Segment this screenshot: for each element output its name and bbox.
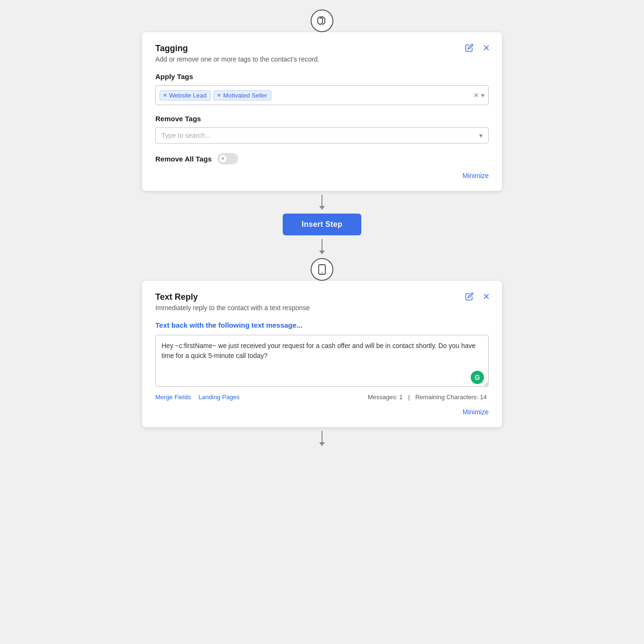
arrow-3 [319,427,325,450]
remove-motivated-seller-button[interactable]: ✕ [217,93,221,98]
text-reply-section-label: Text back with the following text messag… [155,321,489,329]
toggle-off-icon: ✕ [219,154,227,163]
tagging-edit-button[interactable] [463,42,475,54]
tag-motivated-seller-label: Motivated Seller [223,92,267,99]
tag-website-lead: ✕ Website Lead [160,90,211,100]
footer-links-left: Merge Fields Landing Pages [155,394,240,401]
grammarly-icon: G [471,371,484,384]
text-reply-step-icon [311,258,333,281]
tagging-close-button[interactable] [480,42,492,54]
tagging-minimize-button[interactable]: Minimize [155,172,489,179]
message-textarea-wrapper: G [155,335,489,389]
tag-website-lead-label: Website Lead [169,92,206,99]
arrow-2 [319,235,325,258]
remaining-chars: Remaining Characters: 14 [415,394,487,401]
arrow-1 [319,191,325,214]
tagging-step-icon [311,9,333,32]
remove-all-toggle[interactable]: ✕ [217,153,238,164]
footer-stats: Messages: 1 | Remaining Characters: 14 [366,394,489,401]
remove-tags-dropdown-icon: ▾ [479,132,483,139]
apply-tags-label: Apply Tags [155,72,489,80]
arrow-line-3 [322,431,322,442]
tags-clear-icon[interactable]: ✕ [474,91,479,99]
text-reply-subtitle: Immediately reply to the contact with a … [155,304,489,312]
text-reply-close-button[interactable] [480,290,492,303]
tagging-card: Tagging Add or remove one or more tags t… [142,32,502,191]
flow-container: Tagging Add or remove one or more tags t… [142,9,502,450]
tagging-title: Tagging [155,44,489,54]
insert-step-button[interactable]: Insert Step [283,214,361,235]
tag-motivated-seller: ✕ Motivated Seller [214,90,271,100]
arrow-head-3 [319,442,325,446]
remove-all-tags-row: Remove All Tags ✕ [155,153,489,164]
remove-tags-search[interactable]: Type to search... ▾ [155,127,489,143]
arrow-head-2 [319,250,325,254]
tags-input-controls: ✕ ▾ [474,91,484,99]
tagging-subtitle: Add or remove one or more tags to the co… [155,55,489,63]
arrow-line-1 [322,195,322,206]
merge-fields-link[interactable]: Merge Fields [155,394,191,401]
remove-tags-placeholder: Type to search... [161,132,211,139]
separator: | [408,394,411,401]
text-reply-minimize-button[interactable]: Minimize [155,408,489,416]
messages-count: Messages: 1 [368,394,403,401]
text-reply-edit-button[interactable] [463,290,475,303]
arrow-line-2 [322,239,322,250]
remove-tags-label: Remove Tags [155,115,489,123]
text-reply-footer: Merge Fields Landing Pages Messages: 1 |… [155,394,489,401]
arrow-head-1 [319,206,325,210]
text-reply-title: Text Reply [155,292,489,302]
message-textarea[interactable] [155,335,489,387]
landing-pages-link[interactable]: Landing Pages [198,394,240,401]
text-reply-card: Text Reply Immediately reply to the cont… [142,281,502,427]
remove-website-lead-button[interactable]: ✕ [163,93,167,98]
apply-tags-input[interactable]: ✕ Website Lead ✕ Motivated Seller ✕ ▾ [155,85,489,105]
text-reply-card-actions [463,290,492,303]
svg-rect-2 [319,265,325,274]
tags-dropdown-icon[interactable]: ▾ [481,91,484,99]
tagging-card-actions [463,42,492,54]
remove-all-label: Remove All Tags [155,155,212,163]
